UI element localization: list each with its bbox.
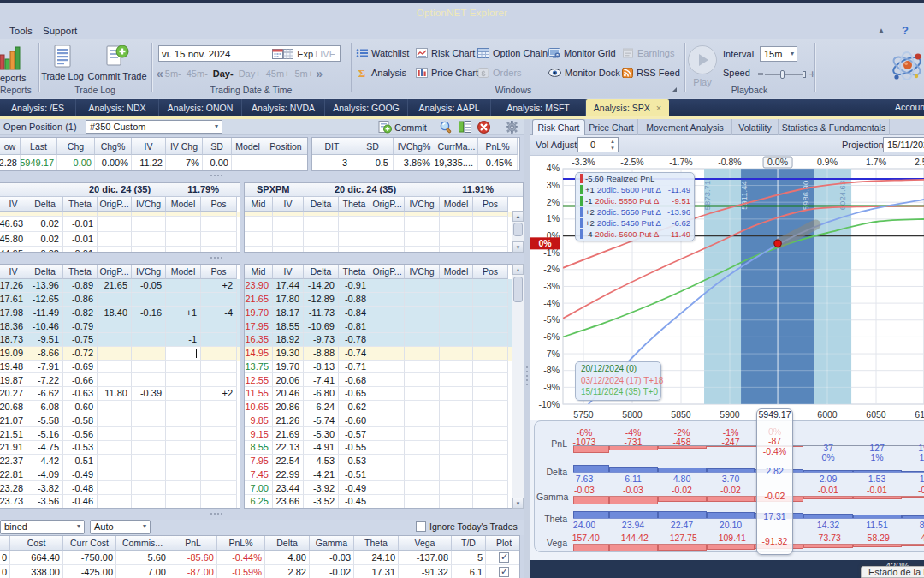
step-forward-icon[interactable]: » <box>316 67 322 80</box>
tab-analysis-goog[interactable]: Analysis: GOOG <box>325 99 408 116</box>
splitter-grip[interactable] <box>210 174 223 177</box>
ribbon-button-monitor-grid[interactable]: Monitor Grid <box>548 45 616 60</box>
ribbon-button-price-chart[interactable]: Price Chart <box>416 65 478 80</box>
ribbon-button-rss-feed[interactable]: RSS Feed <box>622 65 680 80</box>
chain-row[interactable]: 7.9522.54-4.53-0.53 <box>245 455 523 468</box>
risk-tab-movement-analysis[interactable]: Movement Analysis <box>638 119 732 135</box>
chain-row[interactable]: 17.26-13.96-0.8921.65-0.05+2 <box>0 279 240 293</box>
risk-tab-risk-chart[interactable]: Risk Chart <box>532 119 585 135</box>
vol-adjust-spin-buttons[interactable]: ▲▼ <box>607 138 618 152</box>
chain-row[interactable]: 19.87-7.22-0.66 <box>0 373 240 387</box>
calendar-icon[interactable] <box>272 48 283 60</box>
risk-tab-price-chart[interactable]: Price Chart <box>585 119 638 135</box>
speed-slider[interactable]: ✛ <box>758 70 814 79</box>
play-button[interactable] <box>688 45 717 74</box>
columns-icon[interactable] <box>459 121 471 133</box>
tab-analysis-ndx[interactable]: Analysis: NDX <box>76 99 159 116</box>
chain-row[interactable]: 19.48-7.91-0.69 <box>0 361 240 374</box>
panel-splitter-vertical[interactable] <box>524 119 530 578</box>
reports-button[interactable]: eports <box>0 45 38 83</box>
chain-row[interactable]: 23.73-3.56-0.46 <box>0 495 240 509</box>
chain-row[interactable]: 18.73-9.51-0.75-1 <box>0 333 240 347</box>
tab-analysis-aapl[interactable]: Analysis: AAPL <box>408 99 491 116</box>
chain-row[interactable]: 19.09-8.66-0.72 <box>0 347 240 361</box>
gear-icon[interactable] <box>506 121 518 134</box>
chain-row[interactable]: 22.81-4.09-0.49 <box>0 468 240 482</box>
chain-row[interactable]: 46.630.02-0.01 <box>0 217 240 232</box>
tab-analysis-onon[interactable]: Analysis: ONON <box>159 99 242 116</box>
chain-row[interactable]: 19.7018.17-11.73-0.84 <box>245 307 523 320</box>
risk-tab-volatility[interactable]: Volatility <box>732 119 779 135</box>
projection-date-input[interactable]: 15/11/202 <box>883 137 924 152</box>
chain-row[interactable]: 20.68-6.08-0.60 <box>0 401 240 414</box>
chain-row[interactable]: 21.6517.80-12.89-0.88 <box>245 293 523 307</box>
position-row[interactable]: 0664.40-750.005.60-85.60-0.44%4.80-0.032… <box>0 551 519 565</box>
chain-row[interactable]: 23.28-3.82-0.48 <box>0 481 240 495</box>
menu-item-support[interactable]: Support <box>43 26 77 36</box>
chain-row[interactable]: 9.8521.26-5.74-0.60 <box>245 414 523 428</box>
chain-row[interactable]: 21.07-5.58-0.58 <box>0 414 240 428</box>
scroll-thumb[interactable] <box>513 223 523 236</box>
chain-row[interactable]: 17.98-11.49-0.8218.40-0.16+1-4 <box>0 307 240 320</box>
position-view-select[interactable]: bined▾ <box>0 520 85 534</box>
interval-select[interactable]: 15m <box>760 46 797 62</box>
chain-row[interactable]: 14.9519.30-8.88-0.74 <box>245 347 523 361</box>
position-row[interactable]: 0338.00-425.007.00-87.00-0.59%2.82-0.021… <box>0 565 519 578</box>
ribbon-button-analysis[interactable]: ΣAnalysis <box>356 65 406 80</box>
time-grid-icon[interactable] <box>283 48 293 59</box>
ribbon-button-risk-chart[interactable]: Risk Chart <box>416 45 475 60</box>
ribbon-button-monitor-dock[interactable]: Monitor Dock <box>548 65 620 80</box>
splitter-grip[interactable] <box>210 512 223 515</box>
strategy-select[interactable]: #350 Custom <box>86 120 222 134</box>
tab-analysis-msft[interactable]: Analysis: MSFT <box>491 99 586 116</box>
ribbon-button-option-chain[interactable]: Option Chain <box>477 45 548 60</box>
tab-analysis-spx-active[interactable]: Analysis: SPX× <box>586 99 669 116</box>
chain-row[interactable]: 44.950.02-0.01 <box>0 247 240 253</box>
chain-row[interactable]: 17.9518.55-10.69-0.81 <box>245 319 523 333</box>
chain-row[interactable]: 17.61-12.65-0.86 <box>0 293 240 307</box>
chain-row[interactable]: 45.800.02-0.01 <box>0 232 240 247</box>
close-tab-icon[interactable]: × <box>656 103 661 113</box>
trading-date-input[interactable]: vi. 15 nov. 2024 Exp LIVE <box>158 45 341 62</box>
ribbon-button-watchlist[interactable]: Watchlist <box>356 45 409 60</box>
chain-row[interactable]: 22.37-4.42-0.51 <box>0 455 240 468</box>
scrollbar-vertical[interactable]: ▲▼ <box>512 264 524 509</box>
chain-row[interactable]: 9.1521.69-5.30-0.57 <box>245 427 523 441</box>
chain-row[interactable]: 7.4522.99-4.21-0.51 <box>245 468 523 482</box>
commit-trade-button[interactable]: Commit Trade <box>86 45 148 81</box>
chain-row[interactable]: 7.0023.44-3.92-0.49 <box>245 481 523 495</box>
chain-row[interactable]: 13.7519.70-8.13-0.71 <box>245 361 523 374</box>
close-position-icon[interactable] <box>477 121 490 134</box>
chain-row[interactable]: 21.91-4.75-0.53 <box>0 441 240 455</box>
vol-adjust-spinner[interactable]: 0 ▲▼ <box>578 137 619 152</box>
chain-row[interactable]: 11.5520.46-6.80-0.65 <box>245 387 523 401</box>
speed-slider-handle[interactable] <box>780 70 785 79</box>
search-icon[interactable] <box>440 121 453 134</box>
tab-analysis-nvda[interactable]: Analysis: NVDA <box>242 99 325 116</box>
chain-row[interactable]: 23.9017.44-14.20-0.91 <box>245 279 523 293</box>
current-price-lens[interactable]: 5949.170%-87-0.4%2.82-0.0217.31-91.32 <box>756 408 793 555</box>
step-back-icon[interactable]: « <box>157 67 163 80</box>
scroll-up-button[interactable]: ▲ <box>512 211 524 222</box>
collapse-ribbon-icon[interactable]: ▲ <box>878 27 885 34</box>
tab-analysis-es[interactable]: Analysis: /ES <box>0 99 76 116</box>
scrollbar-vertical[interactable]: ▲▼ <box>512 211 524 253</box>
ignore-todays-trades-checkbox[interactable] <box>416 521 426 532</box>
account-label[interactable]: Account <box>895 102 924 112</box>
chain-row[interactable]: 6.2523.66-3.52-0.45 <box>245 495 523 509</box>
splitter-grip[interactable] <box>210 256 223 259</box>
windows-group-expander-icon[interactable] <box>672 87 677 92</box>
scroll-thumb[interactable] <box>513 277 523 302</box>
model-edit-cell[interactable] <box>166 347 201 361</box>
chain-row[interactable]: 10.6520.86-6.24-0.62 <box>245 401 523 414</box>
chain-row[interactable]: 20.27-6.62-0.6311.80-0.39+2 <box>0 387 240 401</box>
menu-item-tools[interactable]: Tools <box>9 26 33 36</box>
chain-row[interactable]: 16.3518.92-9.73-0.78 <box>245 333 523 347</box>
pricing-mode-select[interactable]: Auto▾ <box>90 520 151 534</box>
chain-row[interactable] <box>245 232 523 247</box>
commit-button[interactable]: Commit <box>378 120 427 134</box>
chain-row[interactable]: 12.5520.06-7.41-0.68 <box>245 373 523 387</box>
plot-checkbox[interactable] <box>499 567 509 577</box>
trade-log-button[interactable]: Trade Log <box>35 45 90 81</box>
help-icon[interactable]: ? <box>902 24 909 37</box>
